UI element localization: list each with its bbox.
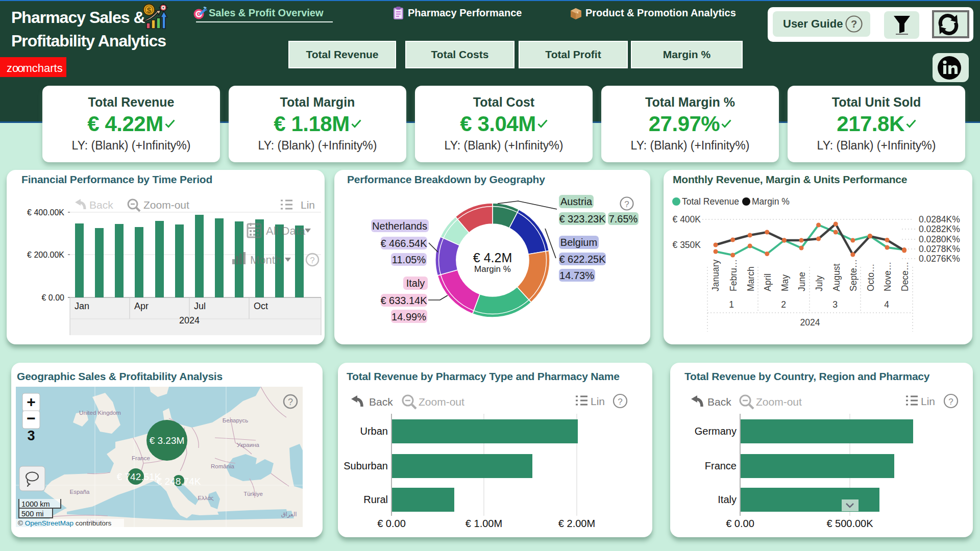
svg-text:Back: Back	[369, 396, 393, 408]
svg-text:14.73%: 14.73%	[559, 270, 594, 281]
svg-text:1000 km: 1000 km	[21, 500, 50, 508]
svg-text:€ 400.00K: € 400.00K	[27, 208, 64, 217]
svg-text:0.0284K%: 0.0284K%	[919, 214, 960, 224]
svg-text:Margin %: Margin %	[474, 264, 511, 274]
svg-text:Netherlands: Netherlands	[372, 220, 427, 232]
svg-text:Back: Back	[89, 199, 113, 211]
svg-text:−: −	[27, 410, 36, 427]
svg-text:Zoom-out: Zoom-out	[756, 396, 802, 408]
svg-text:€ 0.00: € 0.00	[377, 518, 406, 529]
svg-text:July: July	[814, 276, 824, 291]
svg-text:Nove…: Nove…	[883, 262, 893, 291]
svg-text:Germany: Germany	[695, 425, 737, 437]
svg-text:Septe…: Septe…	[848, 259, 859, 291]
svg-text:0.0278K%: 0.0278K%	[919, 244, 960, 254]
svg-text:Italy: Italy	[718, 494, 737, 505]
svg-text:€ 1.00M: € 1.00M	[465, 518, 502, 529]
svg-text:0.0280K%: 0.0280K%	[919, 234, 960, 244]
svg-text:?: ?	[851, 18, 857, 30]
svg-text:4: 4	[884, 299, 889, 310]
svg-text:Apr: Apr	[134, 301, 149, 311]
svg-text:August: August	[831, 263, 842, 291]
svg-text:Украина: Украина	[237, 442, 259, 448]
svg-text:+: +	[27, 393, 36, 410]
svg-text:3: 3	[27, 428, 35, 443]
svg-text:Lin: Lin	[591, 395, 605, 407]
svg-text:$: $	[147, 6, 152, 14]
svg-text:€ 323.23K: € 323.23K	[559, 213, 606, 224]
svg-text:€ 0.00: € 0.00	[42, 293, 65, 302]
svg-text:Austria: Austria	[560, 196, 593, 207]
svg-text:March: March	[746, 266, 756, 291]
svg-text:7.65%: 7.65%	[609, 213, 638, 224]
svg-text:€ 4.2M: € 4.2M	[473, 251, 512, 265]
svg-text:€ 248.74K: € 248.74K	[157, 476, 201, 487]
svg-text:May: May	[780, 274, 790, 291]
svg-text:11.05%: 11.05%	[392, 254, 426, 265]
svg-text:?: ?	[288, 397, 293, 407]
svg-text:?: ?	[948, 397, 953, 407]
svg-text:France: France	[705, 460, 737, 471]
svg-text:1: 1	[729, 299, 734, 310]
svg-text:€ 622.25K: € 622.25K	[559, 254, 606, 265]
svg-text:3: 3	[832, 299, 838, 310]
svg-text:Dece…: Dece…	[900, 262, 910, 291]
svg-text:Rural: Rural	[363, 494, 388, 505]
svg-text:România: România	[211, 463, 235, 469]
svg-text:Urban: Urban	[360, 425, 388, 437]
svg-text:Ελλάς: Ελλάς	[198, 495, 214, 501]
svg-text:2024: 2024	[179, 315, 200, 325]
svg-text:Беларусь: Беларусь	[223, 417, 248, 423]
svg-text:Suburban: Suburban	[344, 460, 388, 471]
svg-text:Zoom-out: Zoom-out	[143, 199, 189, 211]
svg-text:0.0282K%: 0.0282K%	[919, 224, 960, 234]
svg-text:العراق: العراق	[281, 511, 297, 518]
svg-text:€ 466.54K: € 466.54K	[380, 238, 427, 249]
svg-text:Oct: Oct	[254, 301, 268, 311]
svg-text:Margin %: Margin %	[752, 196, 790, 207]
svg-text:€ 0.00: € 0.00	[726, 518, 754, 529]
svg-text:Back: Back	[707, 396, 731, 408]
svg-text:0.0276K%: 0.0276K%	[919, 254, 960, 264]
svg-text:€ 3.23M: € 3.23M	[150, 435, 185, 446]
svg-text:Total Revenue: Total Revenue	[682, 196, 739, 207]
svg-text:January: January	[710, 259, 721, 291]
svg-text:España: España	[69, 489, 90, 495]
svg-text:June: June	[797, 272, 807, 291]
svg-text:€ 400K: € 400K	[673, 214, 701, 224]
svg-text:Octo…: Octo…	[866, 264, 876, 291]
svg-text:€ 500.00K: € 500.00K	[826, 518, 873, 529]
svg-text:All Data: All Data	[266, 224, 306, 237]
svg-text:?: ?	[624, 199, 629, 209]
svg-text:United Kingdom: United Kingdom	[79, 410, 121, 416]
svg-text:Türkiye: Türkiye	[243, 491, 263, 497]
svg-text:Zoom-out: Zoom-out	[419, 396, 464, 408]
svg-text:?: ?	[310, 256, 314, 265]
svg-text:Italy: Italy	[406, 278, 425, 289]
svg-text:Month: Month	[250, 254, 281, 266]
svg-text:Jul: Jul	[194, 301, 206, 311]
svg-text:Jan: Jan	[75, 301, 89, 311]
svg-text:Lin: Lin	[921, 395, 935, 407]
svg-text:France: France	[132, 455, 150, 461]
svg-text:€ 350K: € 350K	[673, 240, 701, 250]
svg-text:April: April	[763, 273, 773, 291]
svg-text:Febru…: Febru…	[728, 259, 739, 291]
svg-text:500 mi: 500 mi	[21, 510, 44, 518]
svg-text:€ 2.00M: € 2.00M	[558, 518, 595, 529]
svg-text:2: 2	[781, 299, 786, 310]
svg-text:2024: 2024	[800, 317, 820, 328]
svg-text:€ 633.14K: € 633.14K	[380, 295, 427, 306]
svg-text:?: ?	[618, 397, 622, 407]
svg-text:€ 742.51K: € 742.51K	[117, 471, 161, 482]
svg-text:14.99%: 14.99%	[391, 311, 426, 322]
svg-text:€ 200.00K: € 200.00K	[27, 251, 64, 259]
svg-text:© OpenStreetMap contributors: © OpenStreetMap contributors	[18, 519, 112, 527]
svg-text:Lin: Lin	[301, 199, 315, 211]
svg-text:Belgium: Belgium	[560, 237, 597, 248]
